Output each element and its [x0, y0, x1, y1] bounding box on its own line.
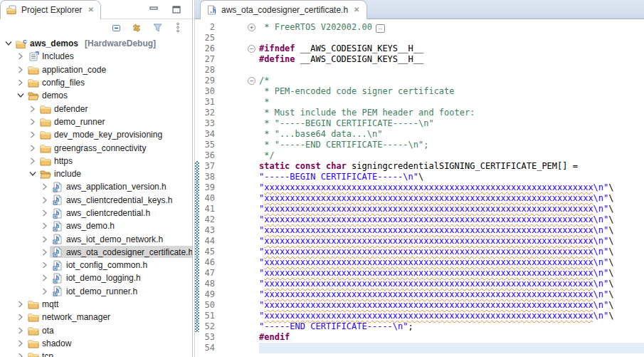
code-line: 27#define __AWS_CODESIGN_KEYS__H__ — [195, 54, 644, 65]
tree-item[interactable]: Caws_demos[HardwareDebug] — [0, 37, 192, 50]
code-line: 40"xxxxxxxxxxxxxxxxxxxxxxxxxxxxxxxxxxxxx… — [195, 193, 644, 204]
tree-item-label: aws_demo.h — [66, 221, 115, 231]
fold-collapse-icon[interactable]: − — [248, 77, 255, 85]
tree-item[interactable]: mqtt — [0, 298, 192, 311]
tree-item[interactable]: application_code — [0, 63, 192, 76]
folder-icon — [28, 351, 39, 357]
chevron-right-icon[interactable] — [28, 157, 38, 165]
tree-item[interactable]: tcp — [0, 350, 192, 357]
line-number: 38 — [199, 172, 215, 182]
code-text: "xxxxxxxxxxxxxxxxxxxxxxxxxxxxxxxxxxxxxxx… — [259, 289, 644, 300]
link-with-editor-icon[interactable] — [131, 22, 142, 33]
tree-item-label: aws_clientcredential_keys.h — [66, 195, 172, 205]
tree-item[interactable]: hiot_config_common.h — [0, 259, 192, 271]
tree-item-label: include — [54, 169, 81, 179]
gutter-spacer — [215, 108, 248, 118]
line-number: 37 — [199, 161, 215, 172]
fold-ruler — [248, 129, 259, 140]
chevron-right-icon[interactable] — [16, 53, 26, 60]
code-line: 49"xxxxxxxxxxxxxxxxxxxxxxxxxxxxxxxxxxxxx… — [195, 289, 644, 300]
line-number: 35 — [199, 140, 215, 150]
chevron-right-icon[interactable] — [16, 301, 26, 308]
chevron-right-icon[interactable] — [28, 118, 38, 125]
tree-item[interactable]: defender — [0, 102, 192, 115]
gutter-spacer — [215, 332, 248, 343]
chevron-right-icon[interactable] — [16, 340, 26, 347]
editor-tabbar: .h aws_ota_codesigner_certificate.h ✕ — [195, 0, 644, 19]
folder-icon — [40, 116, 51, 127]
chevron-right-icon[interactable] — [28, 145, 38, 152]
tree-item[interactable]: https — [0, 155, 192, 167]
tab-editor-file[interactable]: .h aws_ota_codesigner_certificate.h ✕ — [200, 0, 367, 19]
chevron-right-icon[interactable] — [28, 131, 38, 138]
tree-item[interactable]: hiot_demo_logging.h — [0, 271, 192, 284]
panel-window-buttons — [148, 4, 182, 15]
folder-icon — [28, 64, 39, 75]
tree-item[interactable]: include — [0, 167, 192, 180]
tree-item[interactable]: demos — [0, 89, 192, 102]
chevron-down-icon[interactable] — [28, 171, 38, 177]
gutter-spacer — [215, 86, 248, 97]
h-file-icon: h — [52, 260, 63, 271]
tree-item[interactable]: hiot_demo_runner.h — [0, 285, 192, 298]
tree-item-label: tcp — [42, 351, 53, 357]
line-number: 46 — [199, 257, 215, 268]
tree-item[interactable]: haws_application_version.h — [0, 180, 192, 193]
tree-item[interactable]: haws_demo.h — [0, 219, 192, 232]
certificate-placeholder-text: xxxxxxxxxxxxxxxxxxxxxxxxxxxxxxxxxxxxxxxx… — [264, 247, 593, 257]
tree-item[interactable]: dev_mode_key_provisioning — [0, 128, 192, 141]
chevron-right-icon[interactable] — [40, 183, 50, 190]
minimize-icon[interactable] — [148, 4, 159, 15]
chevron-right-icon[interactable] — [40, 222, 50, 229]
chevron-right-icon[interactable] — [28, 105, 38, 113]
tree-item[interactable]: demo_runner — [0, 115, 192, 128]
line-number: 33 — [199, 118, 215, 129]
code-text: "xxxxxxxxxxxxxxxxxxxxxxxxxxxxxxxxxxxxxxx… — [259, 257, 644, 268]
tree-item[interactable]: config_files — [0, 76, 192, 89]
filter-icon[interactable] — [152, 22, 163, 33]
tree-item[interactable]: greengrass_connectivity — [0, 141, 192, 154]
chevron-right-icon[interactable] — [40, 249, 50, 256]
chevron-right-icon[interactable] — [16, 327, 26, 334]
tree-item[interactable]: ota — [0, 324, 192, 337]
tree-item[interactable]: haws_clientcredential.h — [0, 207, 192, 219]
chevron-right-icon[interactable] — [16, 66, 26, 73]
fold-collapse-icon[interactable]: − — [248, 45, 255, 53]
maximize-icon[interactable] — [171, 4, 182, 15]
fold-ruler — [248, 86, 259, 97]
code-text: * PEM-encoded code signer certificate — [259, 86, 644, 97]
editor-tab-label: aws_ota_codesigner_certificate.h — [221, 5, 348, 15]
collapse-all-icon[interactable] — [110, 22, 122, 33]
fold-ruler — [248, 54, 259, 65]
fold-ruler — [248, 311, 259, 321]
view-menu-icon[interactable] — [172, 22, 184, 33]
tree-item[interactable]: shadow — [0, 337, 192, 350]
fold-ruler — [248, 268, 259, 279]
close-icon[interactable]: ✕ — [88, 6, 93, 14]
fold-ruler — [248, 332, 259, 343]
chevron-right-icon[interactable] — [16, 79, 26, 86]
tree-item[interactable]: network_manager — [0, 311, 192, 324]
tab-project-explorer[interactable]: Project Explorer ✕ — [0, 0, 101, 19]
chevron-right-icon[interactable] — [40, 262, 50, 269]
chevron-right-icon[interactable] — [16, 353, 26, 357]
chevron-right-icon[interactable] — [16, 314, 26, 321]
chevron-right-icon[interactable] — [40, 288, 50, 295]
c-project-icon: C — [16, 38, 27, 49]
chevron-right-icon[interactable] — [40, 209, 50, 217]
close-icon[interactable]: ✕ — [354, 6, 359, 14]
chevron-down-icon[interactable] — [4, 41, 14, 46]
chevron-down-icon[interactable] — [16, 93, 26, 98]
fold-expand-icon[interactable]: + — [248, 24, 255, 31]
chevron-right-icon[interactable] — [40, 274, 50, 281]
tree-item[interactable]: haws_clientcredential_keys.h — [0, 194, 192, 207]
tree-item-label: ota — [42, 326, 54, 336]
tree-item[interactable]: haws_iot_demo_network.h — [0, 232, 192, 245]
code-editor[interactable]: 2+ * FreeRTOS V202002.00‥2526−#ifndef __… — [195, 19, 644, 357]
chevron-right-icon[interactable] — [40, 197, 50, 204]
chevron-right-icon[interactable] — [40, 236, 50, 243]
code-text: "xxxxxxxxxxxxxxxxxxxxxxxxxxxxxxxxxxxxxxx… — [259, 268, 644, 279]
line-number: 25 — [199, 33, 215, 43]
tree-item[interactable]: haws_ota_codesigner_certificate.h — [0, 246, 192, 259]
tree-item[interactable]: Includes — [0, 50, 192, 63]
